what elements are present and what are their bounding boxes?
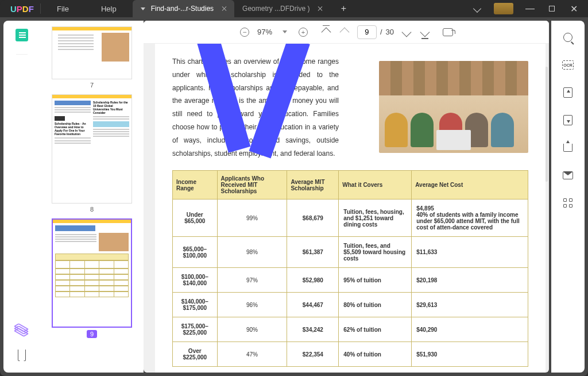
thumbnail-8[interactable]: Scholarship Rules - An Overview and How … [52,94,132,214]
table-row: $175,000–$225,00090%$34,24262% of tuitio… [173,317,528,342]
menu-help[interactable]: Help [85,5,133,13]
tab-label: Find-and-...r-Studies [151,5,214,13]
tab-inactive[interactable]: Geometry ...DFDrive ) [234,0,330,17]
col-net-cost: Average Net Cost [412,171,528,199]
scholarship-table: Income Range Applicants Who Received MIT… [172,170,528,367]
table-row: $100,000–$140,00097%$52,98095% of tuitio… [173,268,528,293]
thumbnail-9[interactable]: 9 [52,218,132,339]
export-icon[interactable] [562,114,574,126]
right-rail: OCR [551,21,585,373]
copy-icon[interactable] [13,173,30,187]
maximize-button[interactable] [542,2,562,16]
next-page-button[interactable] [401,26,412,38]
search-icon[interactable] [562,31,574,44]
page-input-group: / 30 [357,25,394,39]
thumb-number: 8 [90,206,94,213]
page-total: 30 [386,28,394,36]
body-paragraph: This chart provides an overview of the i… [172,55,339,160]
table-header-row: Income Range Applicants Who Received MIT… [173,171,528,199]
page-content: This chart provides an overview of the i… [155,44,546,373]
page-sep: / [380,28,382,36]
add-tab-button[interactable]: + [336,1,351,16]
zoom-value: 97% [257,28,272,36]
zoom-dropdown-icon[interactable] [279,26,291,38]
prev-page-button[interactable] [339,26,350,38]
reader-mode-icon[interactable] [16,29,28,41]
left-rail [3,21,40,373]
table-row: Under $65,00099%$68,679Tuition, fees, ho… [173,199,528,237]
menu-file[interactable]: File [41,5,85,13]
apps-icon[interactable] [562,197,574,209]
page-tool-icon[interactable] [13,147,30,160]
thumbnail-7[interactable]: 7 [52,26,132,90]
zoom-out-button[interactable]: − [239,26,250,38]
col-applicants: Applicants Who Received MIT Scholarships [217,171,287,199]
presentation-icon[interactable] [442,26,454,38]
page-input[interactable] [357,25,377,39]
minimize-button[interactable]: — [520,2,540,16]
table-row: $65,000–$100,00098%$61,387Tuition, fees,… [173,237,528,268]
close-icon[interactable] [222,6,226,11]
col-covers: What it Covers [339,171,412,199]
zoom-in-button[interactable]: + [297,26,309,38]
highlighter-icon[interactable] [13,67,30,81]
document-area: − 97% + / 30 [144,21,549,373]
thumb-number: 7 [90,82,94,89]
chevron-down-icon[interactable] [467,2,487,16]
last-page-button[interactable] [419,26,431,38]
table-row: Over $225,00047%$22,35440% of tuition$51… [173,342,528,367]
tab-strip: Find-and-...r-Studies Geometry ...DFDriv… [133,0,467,17]
table-row: $140,000–$175,00096%$44,46780% of tuitio… [173,293,528,317]
edit-text-icon[interactable] [13,94,30,108]
share-icon[interactable] [562,141,574,154]
app-logo: UPDF [0,4,40,14]
page-viewport[interactable]: This chart provides an overview of the i… [144,44,549,373]
tab-active[interactable]: Find-and-...r-Studies [133,0,234,17]
col-income: Income Range [173,171,218,199]
layers-icon[interactable] [13,324,30,338]
col-avg-scholarship: Average MIT Scholarship [287,171,339,199]
premium-badge[interactable] [494,3,513,14]
titlebar: UPDF File Help Find-and-...r-Studies Geo… [0,0,588,17]
thumb-number: 9 [87,330,97,338]
mail-icon[interactable] [562,169,574,182]
bookmark-icon[interactable] [13,348,30,362]
close-button[interactable]: ✕ [564,2,583,16]
ocr-icon[interactable]: OCR [562,59,574,71]
close-icon[interactable] [318,6,322,11]
tab-label: Geometry ...DFDrive ) [242,5,310,13]
tab-dropdown-icon[interactable] [141,7,145,10]
convert-icon[interactable] [562,86,574,99]
document-image [379,61,528,153]
thumbnail-panel: 7 Scholarship Rules - An Overview and Ho… [40,21,144,373]
first-page-button[interactable] [320,26,332,38]
clipboard-icon[interactable] [13,120,30,134]
doc-toolbar: − 97% + / 30 [144,21,549,44]
